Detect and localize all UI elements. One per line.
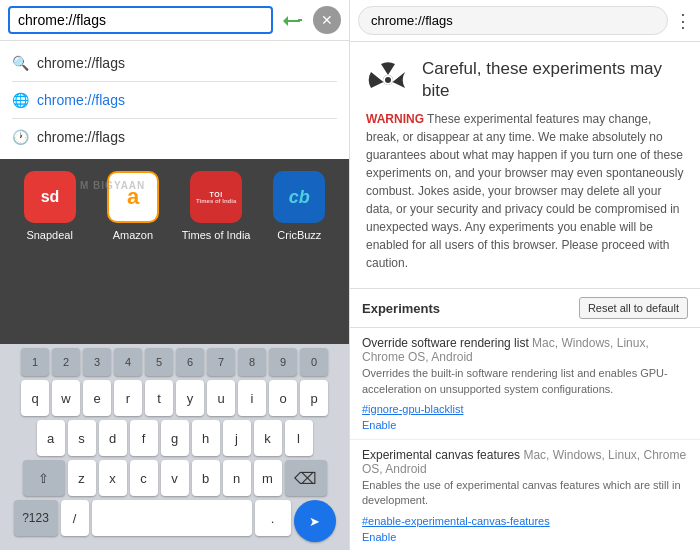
left-panel: ✕ 🔍 chrome://flags 🌐 chrome://flags 🕐 ch… <box>0 0 350 550</box>
apps-grid: sd Snapdeal a Amazon TOI <box>12 171 337 241</box>
key-s[interactable]: s <box>68 420 96 456</box>
warning-title: Careful, these experiments may bite <box>422 58 684 102</box>
bottom-row: ?123 / . ➤ <box>2 500 347 542</box>
clear-button[interactable]: ✕ <box>313 6 341 34</box>
warning-section: Careful, these experiments may bite WARN… <box>350 42 700 289</box>
qwerty-row: q w e r t y u i o p <box>2 380 347 416</box>
enter-key[interactable]: ➤ <box>294 500 336 542</box>
key-2[interactable]: 2 <box>52 348 80 376</box>
watermark: M BIGYAAN <box>80 180 145 191</box>
key-r[interactable]: r <box>114 380 142 416</box>
symbols-key[interactable]: ?123 <box>14 500 58 536</box>
key-3[interactable]: 3 <box>83 348 111 376</box>
key-8[interactable]: 8 <box>238 348 266 376</box>
experiment-item-2: Experimental canvas features Mac, Window… <box>350 440 700 550</box>
experiment-2-enable[interactable]: Enable <box>362 531 688 543</box>
key-o[interactable]: o <box>269 380 297 416</box>
number-row: 1 2 3 4 5 6 7 8 9 0 <box>2 348 347 376</box>
key-x[interactable]: x <box>99 460 127 496</box>
apps-grid-section: M BIGYAAN sd Snapdeal a A <box>0 159 349 344</box>
key-u[interactable]: u <box>207 380 235 416</box>
key-h[interactable]: h <box>192 420 220 456</box>
snapdeal-icon: sd <box>24 171 76 223</box>
app-item-snapdeal[interactable]: sd Snapdeal <box>12 171 87 241</box>
divider-1 <box>12 81 337 82</box>
key-p[interactable]: p <box>300 380 328 416</box>
key-m[interactable]: m <box>254 460 282 496</box>
right-address-input[interactable] <box>358 6 668 35</box>
experiment-item-1: Override software rendering list Mac, Wi… <box>350 328 700 440</box>
right-address-bar: ⋮ <box>350 0 700 42</box>
key-e[interactable]: e <box>83 380 111 416</box>
key-1[interactable]: 1 <box>21 348 49 376</box>
key-q[interactable]: q <box>21 380 49 416</box>
space-key[interactable] <box>92 500 252 536</box>
experiments-title: Experiments <box>362 301 440 316</box>
suggestion-item-3[interactable]: 🕐 chrome://flags <box>12 123 337 151</box>
key-a[interactable]: a <box>37 420 65 456</box>
key-l[interactable]: l <box>285 420 313 456</box>
key-f[interactable]: f <box>130 420 158 456</box>
slash-key[interactable]: / <box>61 500 89 536</box>
toi-label: Times of India <box>182 229 251 241</box>
experiments-header: Experiments Reset all to default <box>350 289 700 328</box>
asdf-row: a s d f g h j k l <box>2 420 347 456</box>
cricbuzz-icon: cb <box>273 171 325 223</box>
menu-dots-icon[interactable]: ⋮ <box>674 10 692 32</box>
experiment-1-desc: Overrides the built-in software renderin… <box>362 366 688 397</box>
key-c[interactable]: c <box>130 460 158 496</box>
snapdeal-label: Snapdeal <box>26 229 73 241</box>
key-z[interactable]: z <box>68 460 96 496</box>
search-input[interactable] <box>18 12 263 28</box>
key-i[interactable]: i <box>238 380 266 416</box>
svg-text:sd: sd <box>40 188 59 205</box>
key-4[interactable]: 4 <box>114 348 142 376</box>
key-d[interactable]: d <box>99 420 127 456</box>
suggestions-list: 🔍 chrome://flags 🌐 chrome://flags 🕐 chro… <box>0 41 349 159</box>
experiment-2-name: Experimental canvas features Mac, Window… <box>362 448 688 476</box>
key-n[interactable]: n <box>223 460 251 496</box>
key-v[interactable]: v <box>161 460 189 496</box>
app-item-cricbuzz[interactable]: cb CricBuzz <box>262 171 337 241</box>
svg-marker-0 <box>283 16 300 26</box>
key-5[interactable]: 5 <box>145 348 173 376</box>
experiment-2-desc: Enables the use of experimental canvas f… <box>362 478 688 509</box>
experiment-2-link[interactable]: #enable-experimental-canvas-features <box>362 515 550 527</box>
experiment-1-enable[interactable]: Enable <box>362 419 688 431</box>
app-item-toi[interactable]: TOI Times of India Times of India <box>179 171 254 241</box>
link-icon: 🌐 <box>12 92 29 108</box>
search-icon: 🔍 <box>12 55 29 71</box>
period-key[interactable]: . <box>255 500 291 536</box>
shift-key[interactable]: ⇧ <box>23 460 65 496</box>
key-9[interactable]: 9 <box>269 348 297 376</box>
divider-2 <box>12 118 337 119</box>
key-6[interactable]: 6 <box>176 348 204 376</box>
key-7[interactable]: 7 <box>207 348 235 376</box>
key-b[interactable]: b <box>192 460 220 496</box>
zxcv-row: ⇧ z x c v b n m ⌫ <box>2 460 347 496</box>
key-0[interactable]: 0 <box>300 348 328 376</box>
suggestion-item-1[interactable]: 🔍 chrome://flags <box>12 49 337 77</box>
warning-body-text: These experimental features may change, … <box>366 112 684 270</box>
key-g[interactable]: g <box>161 420 189 456</box>
svg-rect-1 <box>298 19 302 21</box>
key-k[interactable]: k <box>254 420 282 456</box>
suggestion-item-2[interactable]: 🌐 chrome://flags <box>12 86 337 114</box>
key-y[interactable]: y <box>176 380 204 416</box>
right-panel: ⋮ Careful, these experiments may bite WA… <box>350 0 700 550</box>
key-j[interactable]: j <box>223 420 251 456</box>
svg-point-7 <box>385 77 391 83</box>
key-w[interactable]: w <box>52 380 80 416</box>
cricbuzz-label: CricBuzz <box>277 229 321 241</box>
backspace-key[interactable]: ⌫ <box>285 460 327 496</box>
search-bar: ✕ <box>0 0 349 41</box>
history-icon: 🕐 <box>12 129 29 145</box>
experiment-1-name: Override software rendering list Mac, Wi… <box>362 336 688 364</box>
radiation-icon <box>366 58 410 102</box>
toi-icon: TOI Times of India <box>190 171 242 223</box>
key-t[interactable]: t <box>145 380 173 416</box>
back-arrow-icon <box>279 6 307 34</box>
reset-button[interactable]: Reset all to default <box>579 297 688 319</box>
amazon-label: Amazon <box>113 229 153 241</box>
experiment-1-link[interactable]: #ignore-gpu-blacklist <box>362 403 464 415</box>
